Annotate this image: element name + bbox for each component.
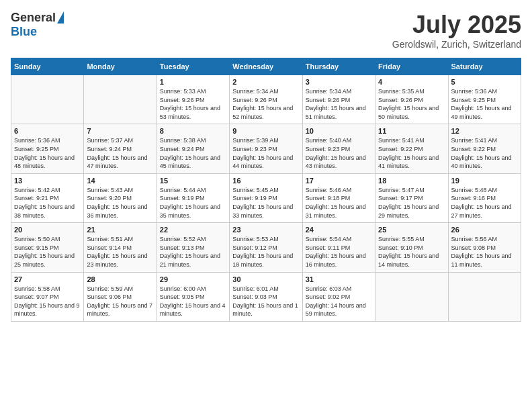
calendar-cell: 2Sunrise: 5:34 AMSunset: 9:26 PMDaylight… [230, 75, 302, 124]
day-info: Sunrise: 5:34 AMSunset: 9:26 PMDaylight:… [306, 87, 372, 121]
weekday-header-cell: Tuesday [157, 58, 229, 75]
weekday-header-cell: Sunday [11, 58, 84, 75]
weekday-header-cell: Monday [84, 58, 157, 75]
calendar-cell: 28Sunrise: 5:59 AMSunset: 9:06 PMDayligh… [84, 272, 157, 321]
day-info: Sunrise: 5:42 AMSunset: 9:21 PMDaylight:… [14, 186, 81, 220]
day-info: Sunrise: 6:03 AMSunset: 9:02 PMDaylight:… [306, 285, 372, 318]
day-number: 20 [14, 226, 81, 234]
page-header: General Blue July 2025 Geroldswil, Zuric… [11, 11, 521, 50]
calendar-cell: 21Sunrise: 5:51 AMSunset: 9:14 PMDayligh… [84, 223, 157, 272]
title-block: July 2025 Geroldswil, Zurich, Switzerlan… [392, 11, 521, 50]
calendar-cell: 24Sunrise: 5:54 AMSunset: 9:11 PMDayligh… [302, 223, 375, 272]
weekday-header-row: SundayMondayTuesdayWednesdayThursdayFrid… [11, 58, 521, 75]
weekday-header-cell: Wednesday [230, 58, 302, 75]
calendar-cell [11, 75, 84, 124]
day-number: 13 [14, 177, 81, 185]
calendar-cell: 1Sunrise: 5:33 AMSunset: 9:26 PMDaylight… [157, 75, 229, 124]
day-number: 6 [14, 127, 81, 135]
day-info: Sunrise: 5:46 AMSunset: 9:18 PMDaylight:… [306, 186, 372, 220]
day-number: 1 [160, 78, 226, 86]
day-info: Sunrise: 5:39 AMSunset: 9:23 PMDaylight:… [232, 136, 299, 170]
weekday-header-cell: Saturday [448, 58, 521, 75]
day-number: 31 [306, 275, 372, 283]
day-info: Sunrise: 5:55 AMSunset: 9:10 PMDaylight:… [378, 235, 445, 269]
day-number: 4 [378, 78, 445, 86]
calendar-cell: 9Sunrise: 5:39 AMSunset: 9:23 PMDaylight… [230, 124, 302, 173]
day-number: 26 [451, 226, 518, 234]
day-number: 2 [232, 78, 299, 86]
day-number: 10 [306, 127, 372, 135]
calendar-week-row: 27Sunrise: 5:58 AMSunset: 9:07 PMDayligh… [11, 272, 521, 321]
logo-blue-text: Blue [11, 25, 37, 39]
calendar-week-row: 1Sunrise: 5:33 AMSunset: 9:26 PMDaylight… [11, 75, 521, 124]
day-number: 24 [306, 226, 372, 234]
weekday-header-cell: Friday [375, 58, 448, 75]
day-number: 23 [232, 226, 299, 234]
logo-general-text: General [11, 11, 56, 25]
calendar-cell: 30Sunrise: 6:01 AMSunset: 9:03 PMDayligh… [230, 272, 302, 321]
calendar-body: 1Sunrise: 5:33 AMSunset: 9:26 PMDaylight… [11, 75, 521, 322]
calendar-cell: 25Sunrise: 5:55 AMSunset: 9:10 PMDayligh… [375, 223, 448, 272]
day-number: 11 [378, 127, 445, 135]
calendar-cell [84, 75, 157, 124]
calendar-cell: 15Sunrise: 5:44 AMSunset: 9:19 PMDayligh… [157, 173, 229, 222]
calendar-cell: 18Sunrise: 5:47 AMSunset: 9:17 PMDayligh… [375, 173, 448, 222]
day-info: Sunrise: 5:43 AMSunset: 9:20 PMDaylight:… [87, 186, 153, 220]
day-number: 30 [232, 275, 299, 283]
day-number: 16 [232, 177, 299, 185]
day-number: 18 [378, 177, 445, 185]
calendar-cell: 16Sunrise: 5:45 AMSunset: 9:19 PMDayligh… [230, 173, 302, 222]
calendar-cell: 14Sunrise: 5:43 AMSunset: 9:20 PMDayligh… [84, 173, 157, 222]
calendar-cell: 31Sunrise: 6:03 AMSunset: 9:02 PMDayligh… [302, 272, 375, 321]
day-info: Sunrise: 5:36 AMSunset: 9:25 PMDaylight:… [14, 136, 81, 170]
calendar-cell: 26Sunrise: 5:56 AMSunset: 9:08 PMDayligh… [448, 223, 521, 272]
day-info: Sunrise: 6:00 AMSunset: 9:05 PMDaylight:… [160, 285, 226, 318]
calendar-cell: 20Sunrise: 5:50 AMSunset: 9:15 PMDayligh… [11, 223, 84, 272]
day-info: Sunrise: 5:50 AMSunset: 9:15 PMDaylight:… [14, 235, 81, 269]
calendar-cell: 6Sunrise: 5:36 AMSunset: 9:25 PMDaylight… [11, 124, 84, 173]
calendar-cell: 12Sunrise: 5:41 AMSunset: 9:22 PMDayligh… [448, 124, 521, 173]
day-number: 15 [160, 177, 226, 185]
calendar-cell [375, 272, 448, 321]
day-info: Sunrise: 5:53 AMSunset: 9:12 PMDaylight:… [232, 235, 299, 269]
day-number: 8 [160, 127, 226, 135]
calendar-cell: 3Sunrise: 5:34 AMSunset: 9:26 PMDaylight… [302, 75, 375, 124]
day-number: 7 [87, 127, 153, 135]
calendar-cell: 11Sunrise: 5:41 AMSunset: 9:22 PMDayligh… [375, 124, 448, 173]
day-number: 17 [306, 177, 372, 185]
day-info: Sunrise: 5:36 AMSunset: 9:25 PMDaylight:… [451, 87, 518, 121]
calendar-cell: 13Sunrise: 5:42 AMSunset: 9:21 PMDayligh… [11, 173, 84, 222]
weekday-header-cell: Thursday [302, 58, 375, 75]
day-info: Sunrise: 5:37 AMSunset: 9:24 PMDaylight:… [87, 136, 153, 170]
day-number: 25 [378, 226, 445, 234]
calendar-week-row: 6Sunrise: 5:36 AMSunset: 9:25 PMDaylight… [11, 124, 521, 173]
day-number: 9 [232, 127, 299, 135]
calendar-cell: 27Sunrise: 5:58 AMSunset: 9:07 PMDayligh… [11, 272, 84, 321]
calendar-cell: 23Sunrise: 5:53 AMSunset: 9:12 PMDayligh… [230, 223, 302, 272]
calendar-cell: 4Sunrise: 5:35 AMSunset: 9:26 PMDaylight… [375, 75, 448, 124]
calendar-cell: 8Sunrise: 5:38 AMSunset: 9:24 PMDaylight… [157, 124, 229, 173]
calendar-week-row: 20Sunrise: 5:50 AMSunset: 9:15 PMDayligh… [11, 223, 521, 272]
location-subtitle: Geroldswil, Zurich, Switzerland [392, 39, 521, 50]
day-number: 3 [306, 78, 372, 86]
calendar-cell: 19Sunrise: 5:48 AMSunset: 9:16 PMDayligh… [448, 173, 521, 222]
day-info: Sunrise: 5:38 AMSunset: 9:24 PMDaylight:… [160, 136, 226, 170]
day-info: Sunrise: 5:59 AMSunset: 9:06 PMDaylight:… [87, 285, 153, 318]
calendar-cell: 5Sunrise: 5:36 AMSunset: 9:25 PMDaylight… [448, 75, 521, 124]
calendar-cell: 29Sunrise: 6:00 AMSunset: 9:05 PMDayligh… [157, 272, 229, 321]
day-info: Sunrise: 6:01 AMSunset: 9:03 PMDaylight:… [232, 285, 299, 318]
day-info: Sunrise: 5:41 AMSunset: 9:22 PMDaylight:… [378, 136, 445, 170]
day-info: Sunrise: 5:58 AMSunset: 9:07 PMDaylight:… [14, 285, 81, 318]
day-info: Sunrise: 5:56 AMSunset: 9:08 PMDaylight:… [451, 235, 518, 269]
logo-triangle-icon [57, 11, 64, 24]
calendar-cell: 17Sunrise: 5:46 AMSunset: 9:18 PMDayligh… [302, 173, 375, 222]
calendar-cell: 22Sunrise: 5:52 AMSunset: 9:13 PMDayligh… [157, 223, 229, 272]
calendar-week-row: 13Sunrise: 5:42 AMSunset: 9:21 PMDayligh… [11, 173, 521, 222]
day-info: Sunrise: 5:40 AMSunset: 9:23 PMDaylight:… [306, 136, 372, 170]
day-info: Sunrise: 5:41 AMSunset: 9:22 PMDaylight:… [451, 136, 518, 170]
day-number: 21 [87, 226, 153, 234]
day-number: 5 [451, 78, 518, 86]
day-info: Sunrise: 5:48 AMSunset: 9:16 PMDaylight:… [451, 186, 518, 220]
day-info: Sunrise: 5:44 AMSunset: 9:19 PMDaylight:… [160, 186, 226, 220]
month-year-title: July 2025 [392, 11, 521, 39]
